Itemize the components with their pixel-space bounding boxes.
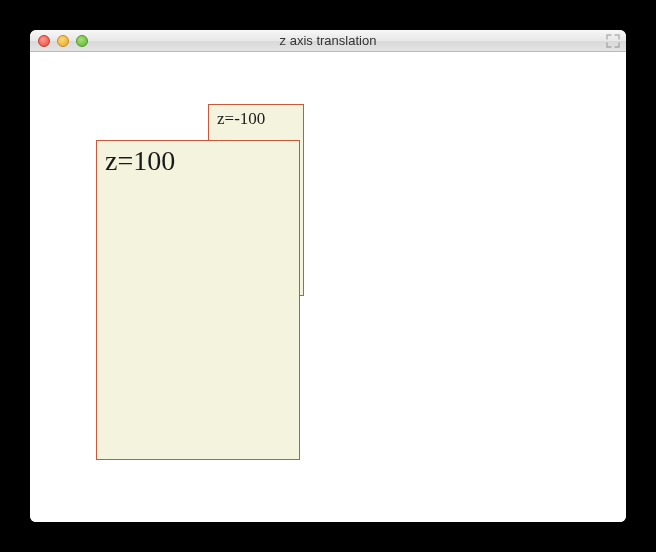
window-content: z=-100 z=100 <box>30 52 626 522</box>
zoom-icon[interactable] <box>76 35 88 47</box>
z-minus-100-label: z=-100 <box>217 109 265 128</box>
titlebar[interactable]: z axis translation <box>30 30 626 52</box>
close-icon[interactable] <box>38 35 50 47</box>
z-plus-100-box: z=100 <box>96 140 300 460</box>
minimize-icon[interactable] <box>57 35 69 47</box>
window-title: z axis translation <box>30 33 626 48</box>
z-plus-100-label: z=100 <box>105 145 175 176</box>
app-window: z axis translation z=-100 z=100 <box>30 30 626 522</box>
fullscreen-icon[interactable] <box>606 34 620 48</box>
window-controls <box>38 35 88 47</box>
